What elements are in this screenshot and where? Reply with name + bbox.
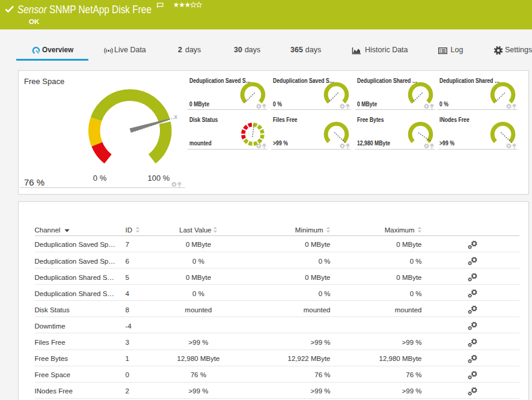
svg-text:x: x — [174, 113, 178, 120]
